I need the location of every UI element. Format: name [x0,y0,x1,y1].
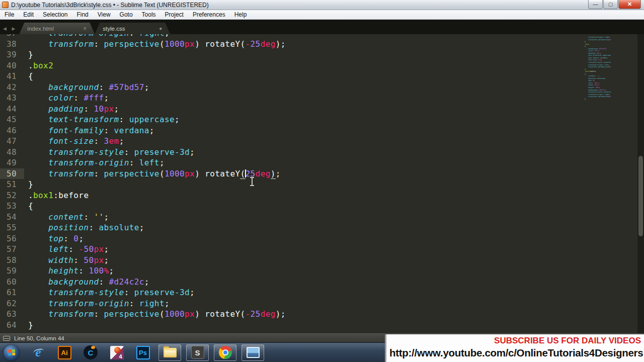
sublime-text-icon: S [191,346,204,359]
line-number[interactable]: 59 [0,265,24,277]
code-line[interactable]: transform: perspective(1000px) rotateY(-… [585,39,611,41]
line-number[interactable]: 45 [0,114,24,125]
explorer-taskbar-button[interactable] [158,344,181,361]
code-line[interactable]: transform-origin: left; [24,157,165,168]
line-number[interactable]: 38 [0,39,24,50]
start-button[interactable] [4,345,19,360]
code-line[interactable]: background: #d24c2c; [24,277,149,288]
tab-style-css[interactable]: style.css ● [95,23,170,34]
code-line[interactable]: transform: perspective(1000px) rotateY(2… [585,66,611,68]
code-line[interactable]: background: #57bd57; [24,82,149,93]
code-line[interactable]: } [24,179,33,190]
code-line[interactable]: transform: perspective(1000px) rotateY(-… [24,39,286,50]
folder-icon [164,348,177,357]
menu-item-project[interactable]: Project [160,10,188,19]
code-line[interactable]: padding: 10px; [24,104,119,115]
line-number[interactable]: 44 [0,104,24,115]
code-line[interactable]: text-transform: uppercase; [24,114,180,125]
photo-viewer-taskbar-button[interactable] [242,344,264,361]
photoshop-icon[interactable]: Ps [136,346,150,359]
line-number[interactable]: 56 [0,233,24,244]
code-editor[interactable]: 37 transform-origin: right;38 transform:… [0,34,644,333]
quark-4-icon[interactable]: 4 [110,346,124,359]
line-number[interactable]: 39 [0,49,24,60]
line-number[interactable]: 43 [0,93,24,104]
code-line[interactable]: width: 50px; [24,255,109,266]
vertical-scrollbar[interactable] [637,34,644,333]
code-line[interactable]: transform-origin: right; [24,298,170,309]
tab-index-html[interactable]: index.html × [19,23,95,34]
menu-item-tools[interactable]: Tools [137,10,160,19]
line-number[interactable]: 48 [0,147,24,158]
internet-explorer-icon[interactable]: e [35,345,41,360]
code-line[interactable]: { [24,71,33,82]
menu-item-find[interactable]: Find [72,10,93,19]
menu-item-goto[interactable]: Goto [115,10,137,19]
line-number[interactable]: 57 [0,244,24,255]
code-line[interactable]: height: 100%; [24,265,114,277]
code-line[interactable]: top: 0; [24,233,84,244]
code-line[interactable]: transform: perspective(1000px) rotateY(2… [24,168,281,179]
line-number[interactable]: 53 [0,201,24,212]
photo-viewer-icon [247,347,260,358]
line-number[interactable]: 41 [0,71,24,82]
menu-item-view[interactable]: View [93,10,115,19]
code-line[interactable]: transform-origin: right; [24,34,170,39]
line-number[interactable]: 42 [0,82,24,93]
code-line[interactable]: } [24,320,33,331]
menu-item-edit[interactable]: Edit [19,10,38,19]
line-number[interactable]: 61 [0,287,24,298]
code-line[interactable]: .box1:before [585,70,596,73]
line-number[interactable]: 40 [0,60,24,71]
chrome-taskbar-button[interactable] [214,344,236,361]
line-number[interactable]: 64 [0,320,24,331]
code-line[interactable]: } [585,98,586,101]
line-number[interactable]: 62 [0,298,24,309]
line-number[interactable]: 37 [0,34,24,39]
code-line[interactable]: font-size: 3em; [24,136,124,147]
illustrator-icon[interactable]: Ai [58,346,71,359]
line-number[interactable]: 46 [0,125,24,136]
line-number[interactable]: 54 [0,212,24,223]
code-line[interactable]: transform-style: preserve-3d; [24,287,195,298]
code-line[interactable]: position: absolute; [24,222,144,233]
tab-scroll-arrows[interactable]: ◀ ▶ [0,26,19,34]
minimize-button[interactable]: — [588,0,603,9]
code-line[interactable]: transform: perspective(1000px) rotateY(-… [585,96,611,98]
line-number[interactable]: 58 [0,255,24,266]
line-number[interactable]: 50 [0,168,24,179]
close-button[interactable]: ✕ [618,0,641,9]
sublime-taskbar-button[interactable]: S [186,344,209,361]
code-line[interactable]: { [24,201,33,212]
code-line[interactable]: .box2 [24,60,53,71]
iobit-care-icon[interactable]: C [84,345,98,359]
line-number[interactable]: 55 [0,222,24,233]
code-line[interactable]: left: -50px; [24,244,109,255]
line-number[interactable]: 47 [0,136,24,147]
code-line[interactable]: } [24,49,33,60]
status-icon[interactable] [3,336,10,341]
code-line[interactable]: color: #fff; [24,93,109,104]
menu-item-preferences[interactable]: Preferences [188,10,230,19]
minimap[interactable]: transform-origin: right; transform: pers… [585,36,611,100]
code-line[interactable]: transform: perspective(1000px) rotateY(-… [24,309,286,320]
code-line[interactable]: content: ''; [24,212,109,223]
menu-item-selection[interactable]: Selection [38,10,72,19]
line-number[interactable]: 60 [0,277,24,288]
scrollbar-thumb[interactable] [638,156,643,236]
line-number[interactable]: 51 [0,179,24,190]
tab-close-icon[interactable]: × [80,25,90,32]
code-line[interactable]: transform-style: preserve-3d; [24,147,195,158]
title-bar[interactable]: D:\youtube Tutorials\3dBrick\style.css •… [0,0,644,10]
menu-item-help[interactable]: Help [230,10,252,19]
code-line[interactable]: font-family: verdana; [24,125,154,136]
chrome-icon [219,346,232,359]
menu-item-file[interactable]: File [0,10,19,19]
cursor-position-status: Line 50, Column 44 [14,335,64,341]
code-line[interactable]: .box1:before [24,190,89,201]
line-number[interactable]: 52 [0,190,24,201]
line-number[interactable]: 63 [0,309,24,320]
restore-button[interactable]: ▢ [603,0,618,9]
line-number[interactable]: 49 [0,157,24,168]
text-cursor-pointer [250,177,255,186]
